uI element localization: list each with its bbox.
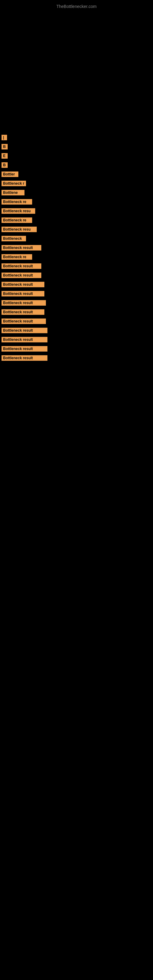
bottleneck-label-3: B (2, 162, 8, 168)
bottleneck-label-23: Bottleneck result (2, 346, 48, 352)
bottleneck-label-0: | (2, 135, 7, 140)
bottleneck-label-15: Bottleneck result (2, 272, 41, 278)
bottleneck-label-5: Bottleneck r (2, 181, 26, 186)
bottleneck-label-2: E (2, 153, 8, 159)
bottleneck-label-11: Bottleneck (2, 236, 26, 241)
bottleneck-label-9: Bottleneck re (2, 218, 32, 223)
bottleneck-label-14: Bottleneck result (2, 263, 41, 269)
bottleneck-label-6: Bottlene (2, 190, 24, 196)
bottleneck-label-8: Bottleneck resu (2, 208, 35, 214)
bottleneck-label-1: B (2, 144, 8, 150)
bottleneck-label-24: Bottleneck result (2, 355, 48, 361)
bottleneck-label-22: Bottleneck result (2, 337, 48, 342)
bottleneck-label-21: Bottleneck result (2, 328, 48, 333)
bottleneck-label-10: Bottleneck resu (2, 227, 37, 232)
bottleneck-label-7: Bottleneck re (2, 199, 32, 205)
bottleneck-label-20: Bottleneck result (2, 318, 46, 324)
bottleneck-label-19: Bottleneck result (2, 309, 45, 315)
content-area: |BEBBottlerBottleneck rBottleneBottlenec… (0, 135, 153, 364)
bottleneck-label-13: Bottleneck re (2, 254, 32, 260)
bottleneck-label-4: Bottler (2, 172, 18, 177)
site-title: TheBottlenecker.com (0, 2, 153, 11)
bottleneck-label-16: Bottleneck result (2, 282, 45, 287)
bottleneck-label-12: Bottleneck result (2, 245, 41, 250)
bottleneck-label-17: Bottleneck result (2, 291, 45, 296)
bottleneck-label-18: Bottleneck result (2, 300, 46, 305)
